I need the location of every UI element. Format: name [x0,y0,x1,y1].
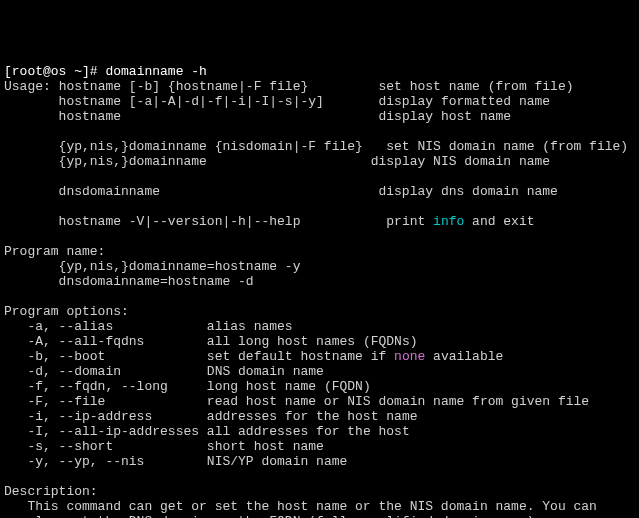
usage-desc: display dns domain name [378,184,557,199]
program-options-label: Program options: [4,304,129,319]
option-flag: -a, --alias [27,319,113,334]
keyword-none: none [394,349,425,364]
option-desc: alias names [207,319,293,334]
program-name-line: dnsdomainname=hostname -d [59,274,254,289]
option-flag: -A, --all-fqdns [27,334,144,349]
usage-desc: display formatted name [378,94,550,109]
option-flag: -I, --all-ip-addresses [27,424,199,439]
option-desc: read host name or NIS domain name from g… [207,394,589,409]
usage-line: {yp,nis,}domainname [59,154,207,169]
option-flag: -y, --yp, --nis [27,454,144,469]
usage-line: dnsdomainname [59,184,160,199]
option-desc: NIS/YP domain name [207,454,347,469]
option-flag: -b, --boot [27,349,105,364]
usage-line: hostname [59,109,121,124]
description-line: This command can get or set the host nam… [27,499,597,514]
option-desc: all addresses for the host [207,424,410,439]
option-desc: DNS domain name [207,364,324,379]
usage-desc: set host name (from file) [378,79,573,94]
usage-line: hostname [-b] {hostname|-F file} [59,79,309,94]
option-desc: addresses for the host name [207,409,418,424]
option-desc: all long host names (FQDNs) [207,334,418,349]
shell-prompt: [root@os ~]# [4,64,98,79]
option-flag: -i, --ip-address [27,409,152,424]
option-desc: short host name [207,439,324,454]
program-name-label: Program name: [4,244,105,259]
program-name-line: {yp,nis,}domainname=hostname -y [59,259,301,274]
terminal-output: [root@os ~]# domainname -h Usage: hostna… [4,64,635,518]
option-flag: -f, --fqdn, --long [27,379,167,394]
usage-desc: display NIS domain name [371,154,550,169]
option-desc: set default hostname if none available [207,349,503,364]
description-line: also get the DNS domain or the FQDN (ful… [27,514,542,518]
usage-line: {yp,nis,}domainname {nisdomain|-F file} [59,139,363,154]
option-flag: -s, --short [27,439,113,454]
usage-line: hostname [-a|-A|-d|-f|-i|-I|-s|-y] [59,94,324,109]
usage-label: Usage: [4,79,51,94]
description-label: Description: [4,484,98,499]
usage-desc: set NIS domain name (from file) [386,139,628,154]
usage-desc: display host name [378,109,511,124]
option-desc: long host name (FQDN) [207,379,371,394]
option-flag: -d, --domain [27,364,121,379]
usage-line: hostname -V|--version|-h|--help [59,214,301,229]
usage-desc: print info and exit [386,214,534,229]
keyword-info: info [433,214,464,229]
option-flag: -F, --file [27,394,105,409]
command: domainname -h [105,64,206,79]
